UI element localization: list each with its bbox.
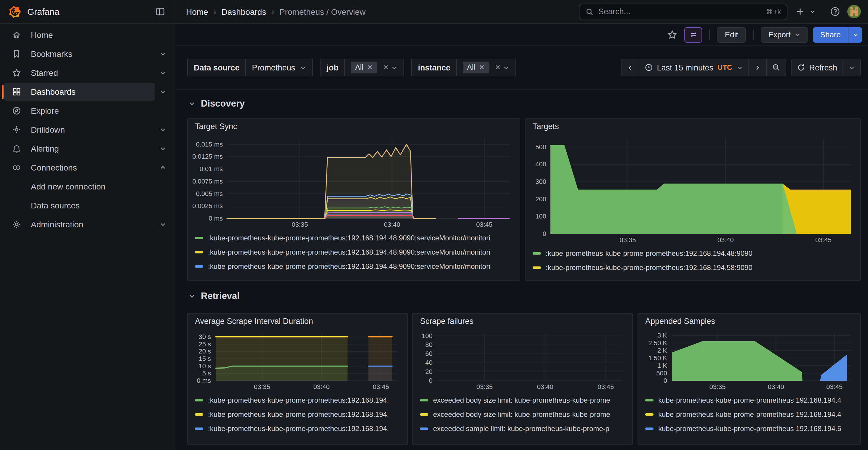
chevron-down-icon[interactable] — [155, 88, 171, 95]
avatar[interactable] — [847, 5, 861, 18]
zoom-out-button[interactable] — [766, 59, 785, 76]
section-discovery[interactable]: Discovery — [188, 98, 245, 109]
export-button[interactable]: Export — [761, 27, 808, 42]
sidebar-item-alerting[interactable]: Alerting — [4, 140, 171, 158]
legend-item[interactable]: :kube-prometheus-kube-prome-prometheus:1… — [533, 246, 853, 260]
job-filter[interactable]: job All✕ ✕ — [320, 59, 404, 76]
chevron-down-icon[interactable] — [155, 145, 171, 152]
panel-title[interactable]: Scrape failures — [413, 314, 632, 329]
sidebar-collapse-icon[interactable] — [152, 4, 168, 19]
time-series-chart[interactable]: 010020030040050003:3503:4003:45 — [529, 134, 856, 245]
legend-item[interactable]: :kube-prometheus-kube-prome-prometheus:1… — [195, 259, 513, 274]
chevron-up-icon[interactable] — [155, 164, 171, 171]
panel-title[interactable]: Targets — [526, 119, 860, 134]
legend-item[interactable]: exceeded body size limit: kube-prometheu… — [420, 407, 625, 422]
sidebar-item-label[interactable]: Starred — [4, 64, 155, 82]
svg-text:10 s: 10 s — [198, 362, 211, 370]
sidebar-item-label[interactable]: Connections — [4, 159, 155, 176]
share-button[interactable]: Share — [813, 27, 848, 42]
panel-title[interactable]: Target Sync — [188, 119, 520, 134]
sidebar-item-explore[interactable]: Explore — [4, 102, 171, 120]
legend-item[interactable]: kube-prometheus-kube-prome-prometheus 19… — [645, 407, 853, 422]
time-shift-back-button[interactable] — [621, 59, 639, 76]
legend-item[interactable]: :kube-prometheus-kube-prome-prometheus:1… — [195, 245, 513, 259]
share-menu-button[interactable] — [848, 27, 862, 42]
chevron-down-icon[interactable] — [155, 50, 171, 58]
search-input[interactable]: ⌘+k — [579, 3, 787, 20]
time-series-chart[interactable]: 0 ms0.0025 ms0.005 ms0.0075 ms0.01 ms0.0… — [191, 134, 515, 229]
sidebar-item-add-new-connection[interactable]: Add new connection — [4, 178, 171, 195]
sidebar-item-label[interactable]: Administration — [4, 216, 155, 233]
job-value[interactable]: All✕ ✕ — [344, 59, 404, 76]
instance-value[interactable]: All✕ ✕ — [456, 59, 516, 76]
dashboards-icon — [12, 87, 21, 97]
grafana-logo-icon[interactable] — [8, 5, 21, 18]
instance-chip[interactable]: All✕ — [463, 62, 489, 73]
sidebar-item-administration[interactable]: Administration — [4, 216, 171, 233]
legend-item[interactable]: :kube-prometheus-kube-prome-prometheus:1… — [195, 422, 400, 436]
sidebar-item-bookmarks[interactable]: Bookmarks — [4, 45, 171, 63]
section-retrieval[interactable]: Retrieval — [188, 291, 240, 301]
sidebar-item-dashboards[interactable]: Dashboards — [4, 83, 171, 101]
datasource-picker[interactable]: Data source Prometheus — [187, 59, 313, 76]
star-icon[interactable] — [664, 27, 680, 42]
legend-item[interactable]: kube-prometheus-kube-prome-prometheus 19… — [645, 393, 853, 407]
remove-icon[interactable]: ✕ — [479, 63, 485, 72]
svg-text:0 ms: 0 ms — [197, 377, 211, 384]
sidebar-item-home[interactable]: Home — [4, 26, 171, 44]
sidebar-item-label[interactable]: Explore — [4, 102, 171, 120]
chevron-down-icon[interactable] — [808, 4, 817, 19]
time-range-picker[interactable]: Last 15 minutes UTC — [639, 59, 748, 76]
legend-item[interactable]: :kube-prometheus-kube-prome-prometheus:1… — [195, 393, 400, 407]
sidebar-item-connections[interactable]: Connections — [4, 159, 171, 176]
panel-appended-samples: Appended Samples 05001 K1.50 K2 K2.50 K3… — [638, 313, 861, 445]
legend-item[interactable]: exceeded sample limit: kube-prometheus-k… — [420, 422, 625, 436]
refresh-interval-button[interactable] — [842, 59, 860, 76]
divider — [753, 29, 753, 40]
chevron-down-icon[interactable] — [155, 69, 171, 76]
sidebar-item-label[interactable]: Add new connection — [4, 178, 171, 195]
legend-label: :kube-prometheus-kube-prome-prometheus:1… — [208, 396, 389, 405]
datasource-value[interactable]: Prometheus — [246, 59, 313, 76]
help-icon[interactable] — [827, 4, 842, 19]
chevron-down-icon[interactable] — [155, 221, 171, 228]
time-series-chart[interactable]: 02040608010003:3503:4003:45 — [416, 329, 627, 391]
sidebar-item-label[interactable]: Alerting — [4, 140, 155, 158]
panel-title[interactable]: Appended Samples — [638, 314, 860, 329]
legend-color-swatch — [195, 237, 203, 239]
legend-item[interactable]: :kube-prometheus-kube-prome-prometheus:1… — [195, 407, 400, 422]
breadcrumb-home[interactable]: Home — [186, 7, 208, 16]
job-chip[interactable]: All✕ — [351, 62, 377, 73]
breadcrumb-dashboards[interactable]: Dashboards — [221, 7, 266, 16]
refresh-button[interactable]: Refresh — [791, 59, 842, 76]
panels-toggle-button[interactable] — [685, 27, 703, 42]
edit-button[interactable]: Edit — [717, 27, 746, 42]
time-series-chart[interactable]: 05001 K1.50 K2 K2.50 K3 K03:3503:4003:45 — [642, 329, 856, 391]
clear-icon[interactable]: ✕ — [383, 63, 389, 72]
time-shift-forward-button[interactable] — [748, 59, 766, 76]
sidebar-item-label[interactable]: Bookmarks — [4, 45, 155, 63]
chevron-down-icon — [795, 32, 801, 38]
sidebar-item-label[interactable]: Dashboards — [4, 83, 155, 101]
legend-item[interactable]: kube-prometheus-kube-prome-prometheus 19… — [645, 422, 853, 436]
clear-icon[interactable]: ✕ — [495, 63, 501, 72]
brand-zone: Grafana — [0, 0, 175, 23]
brand-name[interactable]: Grafana — [27, 6, 152, 17]
search-field[interactable] — [598, 7, 761, 16]
sidebar-item-drilldown[interactable]: Drilldown — [4, 121, 171, 138]
legend-color-swatch — [645, 427, 653, 430]
time-series-chart[interactable]: 0 ms5 s10 s15 s20 s25 s30 s03:3503:4003:… — [191, 329, 402, 391]
sidebar-item-label[interactable]: Drilldown — [4, 121, 155, 138]
legend-item[interactable]: exceeded body size limit: kube-prometheu… — [420, 393, 625, 407]
sidebar-item-label[interactable]: Data sources — [4, 197, 171, 214]
legend-item[interactable]: :kube-prometheus-kube-prome-prometheus:1… — [195, 231, 513, 245]
sidebar-item-starred[interactable]: Starred — [4, 64, 171, 82]
add-new-button[interactable] — [792, 4, 808, 19]
chevron-down-icon[interactable] — [155, 126, 171, 133]
sidebar-item-data-sources[interactable]: Data sources — [4, 197, 171, 214]
legend-item[interactable]: :kube-prometheus-kube-prome-prometheus:1… — [533, 260, 853, 275]
instance-filter[interactable]: instance All✕ ✕ — [411, 59, 516, 76]
sidebar-item-label[interactable]: Home — [4, 26, 171, 44]
remove-icon[interactable]: ✕ — [367, 63, 373, 72]
panel-title[interactable]: Average Scrape Interval Duration — [188, 314, 407, 329]
